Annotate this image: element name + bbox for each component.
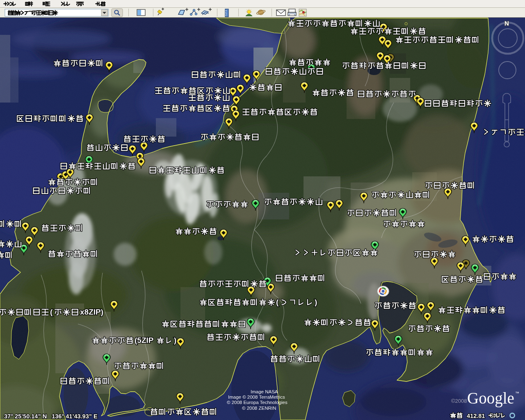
svg-text:Google: Google [467, 389, 514, 407]
svg-text:© 2008 ZENRIN: © 2008 ZENRIN [242, 406, 276, 411]
svg-text:(: ( [50, 308, 53, 316]
svg-text:™: ™ [515, 391, 519, 395]
svg-text:Image © 2008 TerraMetrics: Image © 2008 TerraMetrics [228, 395, 285, 399]
svg-text:): ) [315, 298, 317, 306]
svg-text:©2008: ©2008 [451, 398, 467, 404]
svg-text:Image NASA: Image NASA [251, 389, 278, 394]
svg-text:412.81: 412.81 [467, 413, 485, 419]
svg-text:): ) [174, 336, 176, 345]
svg-text:(5ZIP: (5ZIP [135, 336, 154, 345]
svg-text:(: ( [276, 298, 279, 306]
svg-text:N: N [504, 20, 509, 27]
svg-text:37° 25’50.14” N 136° 41’43.9: 37° 25’50.14” N 136° 41’43.93” E [4, 413, 98, 420]
svg-text:x8ZIP): x8ZIP) [80, 308, 103, 316]
svg-text:© 2008 Europa Technologies: © 2008 Europa Technologies [227, 400, 288, 405]
